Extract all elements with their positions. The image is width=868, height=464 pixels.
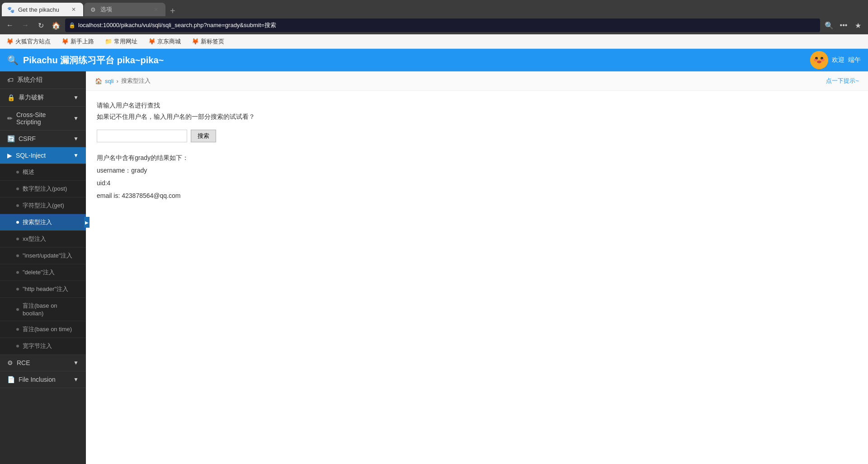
bookmark-jd[interactable]: 🦊 京东商城 <box>146 37 184 47</box>
dot-delete <box>16 271 19 274</box>
label-blind-bool: 盲注(base on boolian) <box>23 302 79 317</box>
email-value: 423878564@qq.com <box>122 192 180 199</box>
more-options-button[interactable]: ••• <box>837 19 850 32</box>
chevron-sqli-icon: ▼ <box>73 152 79 159</box>
search-bookmarks-button[interactable]: 🔍 <box>823 19 835 32</box>
dot-insert-update <box>16 254 19 257</box>
sidebar-item-xss[interactable]: ✏ Cross-Site Scripting ▼ <box>0 107 86 131</box>
main-content: 🏠 sqli › 搜索型注入 点一下提示~ 请输入用户名进行查找 如果记不住用户… <box>86 71 868 464</box>
gear-icon: ⚙ <box>7 359 13 366</box>
breadcrumb-sqli-link[interactable]: sqli <box>105 78 114 84</box>
result-section: 用户名中含有grady的结果如下： username：grady uid:4 e… <box>97 151 857 202</box>
sidebar-item-blind-bool[interactable]: 盲注(base on boolian) <box>0 298 86 321</box>
tab-settings[interactable]: ⚙ 选项 ✕ <box>84 3 165 16</box>
search-button[interactable]: 搜索 <box>191 130 216 142</box>
sidebar-item-string-get[interactable]: 字符型注入(get) <box>0 197 86 214</box>
tab-favicon-settings: ⚙ <box>90 6 97 13</box>
app-body: 🏷 系统介绍 🔒 暴力破解 ▼ ✏ Cross-Site Scripting ▼… <box>0 71 868 464</box>
tab-favicon-pikachu: 🐾 <box>7 6 14 13</box>
uid-value: 4 <box>107 179 111 187</box>
sidebar-item-overview[interactable]: 概述 <box>0 164 86 181</box>
breadcrumb: 🏠 sqli › 搜索型注入 点一下提示~ <box>86 71 868 91</box>
sidebar-label-xss: Cross-Site Scripting <box>16 111 70 126</box>
uid-label: uid: <box>97 179 107 187</box>
avatar <box>810 51 828 69</box>
sidebar-item-blind-time[interactable]: 盲注(base on time) <box>0 321 86 338</box>
sidebar-item-sqli[interactable]: ▶ SQL-Inject ▼ <box>0 147 86 164</box>
tab-label-settings: 选项 <box>100 5 112 14</box>
result-username: username：grady <box>97 164 857 177</box>
sidebar-item-csrf[interactable]: 🔄 CSRF ▼ <box>0 131 86 147</box>
user-info: 欢迎 端午 <box>810 51 861 69</box>
bookmark-jd-icon: 🦊 <box>148 38 156 45</box>
bookmark-common[interactable]: 📁 常用网址 <box>102 37 140 47</box>
sidebar-item-insert-update[interactable]: "insert/update"注入 <box>0 248 86 264</box>
username-label: username： <box>97 167 131 174</box>
label-blind-time: 盲注(base on time) <box>23 325 72 333</box>
sidebar-item-search[interactable]: 搜索型注入 ▶ <box>0 214 86 231</box>
active-arrow-icon: ▶ <box>84 217 90 228</box>
bookmark-common-label: 常用网址 <box>114 37 137 46</box>
dot-string-get <box>16 204 19 207</box>
address-input[interactable] <box>78 22 816 29</box>
sidebar-item-http-header[interactable]: "http header"注入 <box>0 281 86 298</box>
refresh-button[interactable]: ↻ <box>34 19 47 32</box>
file-icon: 📄 <box>7 376 15 383</box>
lock-icon: 🔒 <box>7 94 15 101</box>
bookmark-newtab[interactable]: 🦊 新标签页 <box>189 37 227 47</box>
username-text: 端午 <box>848 56 861 64</box>
sidebar-submenu-sqli: 概述 数字型注入(post) 字符型注入(get) 搜索型注入 ▶ xx型注入 <box>0 164 86 355</box>
svg-point-0 <box>810 51 828 69</box>
sidebar-item-rce[interactable]: ⚙ RCE ▼ <box>0 355 86 371</box>
bookmark-firefox[interactable]: 🦊 火狐官方站点 <box>4 37 53 47</box>
sidebar-item-wide-byte[interactable]: 宽字节注入 <box>0 338 86 355</box>
bookmark-button[interactable]: ★ <box>852 19 864 32</box>
refresh-icon: 🔄 <box>7 135 15 142</box>
bookmark-newbie-label: 新手上路 <box>71 37 94 46</box>
back-button[interactable]: ← <box>4 19 16 32</box>
dot-numeric-post <box>16 187 19 190</box>
dot-search <box>16 221 19 224</box>
dot-http-header <box>16 288 19 291</box>
forward-button[interactable]: → <box>19 19 32 32</box>
chevron-xss-icon: ▼ <box>73 115 79 122</box>
sidebar-item-numeric-post[interactable]: 数字型注入(post) <box>0 181 86 197</box>
svg-point-4 <box>814 59 817 61</box>
address-bar[interactable]: 🔒 <box>65 19 820 32</box>
breadcrumb-current: 搜索型注入 <box>121 77 151 85</box>
content-description: 请输入用户名进行查找 如果记不住用户名，输入用户名的一部分搜索的试试看？ <box>97 100 857 122</box>
content-area: 请输入用户名进行查找 如果记不住用户名，输入用户名的一部分搜索的试试看？ 搜索 … <box>86 91 868 211</box>
avatar-image <box>810 51 828 69</box>
welcome-text: 欢迎 <box>832 56 844 64</box>
new-tab-button[interactable]: + <box>166 6 179 16</box>
tag-icon: 🏷 <box>7 76 14 84</box>
sidebar-label-brute: 暴力破解 <box>19 94 44 102</box>
app-title: Pikachu 漏洞练习平台 pika~pika~ <box>23 54 164 66</box>
sidebar-label-rce: RCE <box>17 359 30 366</box>
sidebar-item-file-inclusion[interactable]: 📄 File Inclusion ▼ <box>0 371 86 388</box>
tab-close-settings[interactable]: ✕ <box>152 5 160 14</box>
sidebar-label-file-inclusion: File Inclusion <box>19 376 56 383</box>
label-insert-update: "insert/update"注入 <box>23 252 72 260</box>
sidebar-item-intro[interactable]: 🏷 系统介绍 <box>0 71 86 89</box>
bookmark-jd-label: 京东商城 <box>157 37 181 46</box>
sidebar-label-csrf: CSRF <box>19 135 36 142</box>
breadcrumb-separator: › <box>117 78 118 84</box>
bookmark-newbie[interactable]: 🦊 新手上路 <box>59 37 97 47</box>
label-search: 搜索型注入 <box>23 218 52 226</box>
home-button[interactable]: 🏠 <box>50 19 62 32</box>
search-input[interactable] <box>97 130 187 142</box>
sidebar-item-delete[interactable]: "delete"注入 <box>0 264 86 281</box>
sidebar-item-brute[interactable]: 🔒 暴力破解 ▼ <box>0 89 86 107</box>
chevron-file-icon: ▼ <box>73 376 79 383</box>
tab-label-pikachu: Get the pikachu <box>18 6 59 13</box>
dot-xx <box>16 238 19 240</box>
label-numeric-post: 数字型注入(post) <box>23 185 67 193</box>
dot-overview <box>16 171 19 173</box>
breadcrumb-hint[interactable]: 点一下提示~ <box>826 77 859 85</box>
tab-pikachu[interactable]: 🐾 Get the pikachu ✕ <box>2 3 83 16</box>
username-value: grady <box>131 167 147 174</box>
tab-close-pikachu[interactable]: ✕ <box>70 5 78 14</box>
svg-point-3 <box>817 61 821 63</box>
sidebar-item-xx[interactable]: xx型注入 <box>0 231 86 248</box>
